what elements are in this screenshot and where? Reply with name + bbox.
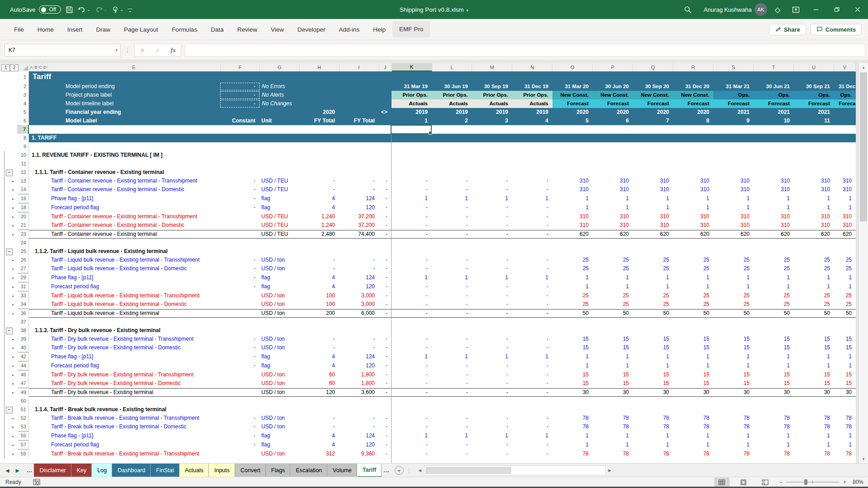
period-cell[interactable]: Ops. bbox=[713, 91, 754, 99]
period-cell[interactable]: 1 bbox=[392, 352, 432, 361]
period-cell[interactable]: 78 bbox=[552, 414, 593, 422]
period-cell[interactable]: 25 bbox=[593, 291, 633, 300]
period-cell[interactable]: 15 bbox=[552, 371, 593, 379]
period-cell[interactable]: 1 bbox=[512, 432, 552, 440]
period-cell[interactable]: 11 bbox=[794, 117, 834, 125]
period-cell[interactable]: 2020 bbox=[673, 108, 713, 117]
period-cell[interactable]: 8 bbox=[673, 117, 713, 125]
cell-J[interactable]: - bbox=[379, 212, 392, 221]
period-cell[interactable]: 1 bbox=[633, 361, 673, 370]
period-cell[interactable]: 15 bbox=[713, 343, 754, 352]
period-cell[interactable]: 25 bbox=[754, 264, 794, 273]
row-header-53[interactable]: 53 bbox=[17, 422, 29, 431]
period-cell[interactable]: - bbox=[392, 282, 432, 291]
period-cell[interactable]: Forecast bbox=[754, 99, 794, 108]
row-label[interactable]: Tariff - Dry bulk revenue - Existing ter… bbox=[47, 379, 220, 388]
select-all-corner[interactable]: 12 bbox=[0, 63, 29, 71]
period-cell[interactable]: - bbox=[392, 310, 432, 317]
period-cell[interactable]: 25 bbox=[794, 256, 834, 264]
period-cell[interactable]: 1 bbox=[834, 194, 856, 203]
period-cell[interactable]: 1 bbox=[713, 361, 754, 370]
period-cell[interactable]: 1 bbox=[633, 432, 673, 440]
period-cell[interactable]: 1 bbox=[392, 194, 432, 203]
cell-H[interactable]: 1,240 bbox=[299, 212, 339, 221]
period-cell[interactable]: 1 bbox=[673, 194, 713, 203]
period-cell[interactable]: - bbox=[472, 282, 512, 291]
period-cell[interactable]: 78 bbox=[673, 422, 713, 431]
spacer[interactable] bbox=[29, 117, 47, 125]
period-cell[interactable]: - bbox=[512, 379, 552, 388]
period-cell[interactable]: - bbox=[512, 441, 552, 449]
period-cell[interactable]: 3 bbox=[472, 117, 512, 125]
period-cell[interactable]: 310 bbox=[754, 212, 794, 221]
period-cell[interactable]: 1 bbox=[633, 273, 673, 282]
period-cell[interactable]: 1 bbox=[754, 273, 794, 282]
zoom-thumb[interactable] bbox=[804, 479, 807, 485]
period-cell[interactable]: 1 bbox=[673, 352, 713, 361]
period-cell[interactable]: - bbox=[392, 422, 432, 431]
zoom-in-icon[interactable]: + bbox=[843, 479, 846, 485]
sheet-tab-volume[interactable]: Volume bbox=[327, 464, 357, 477]
period-cell[interactable]: - bbox=[512, 221, 552, 230]
cell-F[interactable]: - bbox=[220, 335, 259, 343]
row-header-7[interactable]: 7 bbox=[17, 125, 29, 134]
cell-I[interactable]: - bbox=[339, 256, 379, 264]
band-fill[interactable] bbox=[202, 71, 856, 82]
cell-J[interactable]: - bbox=[379, 335, 392, 343]
period-cell[interactable]: 30 bbox=[713, 389, 754, 396]
vertical-scrollbar[interactable]: ▲ ▼ bbox=[859, 63, 868, 463]
period-cell[interactable]: - bbox=[392, 450, 432, 458]
period-cell[interactable]: 1 bbox=[472, 194, 512, 203]
cell-I[interactable]: 124 bbox=[339, 352, 379, 361]
cell-J[interactable]: - bbox=[379, 203, 392, 212]
spacer[interactable] bbox=[29, 432, 47, 440]
selected-cell-K7[interactable] bbox=[391, 125, 432, 134]
column-header-E[interactable]: E bbox=[47, 63, 221, 71]
period-cell[interactable]: - bbox=[432, 379, 472, 388]
period-cell[interactable]: 15 bbox=[834, 343, 856, 352]
cell-H[interactable]: - bbox=[299, 264, 339, 273]
period-cell[interactable]: - bbox=[392, 177, 432, 185]
cell-I[interactable]: - bbox=[339, 335, 379, 343]
period-cell[interactable]: 310 bbox=[593, 212, 633, 221]
cell-I[interactable]: 124 bbox=[339, 273, 379, 282]
spacer[interactable] bbox=[29, 371, 47, 379]
period-cell[interactable]: 78 bbox=[593, 450, 633, 458]
period-cell[interactable]: 78 bbox=[633, 422, 673, 431]
period-cell[interactable]: 1 bbox=[794, 432, 834, 440]
cell-I[interactable]: 37,200 bbox=[339, 221, 379, 230]
period-cell[interactable]: 25 bbox=[673, 264, 713, 273]
cell-I[interactable] bbox=[339, 108, 379, 117]
row-header-26[interactable]: 26 bbox=[17, 256, 29, 264]
checksum-cell[interactable]: - bbox=[220, 99, 259, 108]
cell-J[interactable]: - bbox=[379, 230, 392, 238]
period-cell[interactable]: - bbox=[392, 343, 432, 352]
cell-I[interactable]: 74,400 bbox=[339, 230, 379, 238]
cell-F[interactable]: Constant bbox=[220, 117, 259, 125]
cell-G[interactable]: USD / ton bbox=[259, 379, 299, 388]
period-cell[interactable]: 78 bbox=[754, 450, 794, 458]
cell-F[interactable] bbox=[220, 300, 259, 309]
period-cell[interactable]: - bbox=[432, 414, 472, 422]
period-cell[interactable]: Forecast bbox=[713, 99, 754, 108]
status-note[interactable]: No Errors bbox=[259, 82, 392, 91]
cell-J[interactable]: - bbox=[379, 177, 392, 185]
row-label[interactable]: Tariff - Dry bulk revenue - Existing ter… bbox=[47, 389, 220, 396]
cell-H[interactable]: 4 bbox=[299, 273, 339, 282]
row-header-23[interactable]: 23 bbox=[17, 230, 29, 239]
period-cell[interactable]: - bbox=[432, 212, 472, 221]
period-cell[interactable]: 25 bbox=[633, 256, 673, 264]
row-header-25[interactable]: 25 bbox=[17, 247, 29, 256]
period-cell[interactable]: 310 bbox=[593, 221, 633, 230]
spacer[interactable] bbox=[29, 441, 47, 449]
period-cell[interactable]: 25 bbox=[593, 256, 633, 264]
period-cell[interactable]: 1 bbox=[593, 203, 633, 212]
period-cell[interactable]: 30 bbox=[593, 389, 633, 396]
spacer[interactable] bbox=[29, 177, 47, 185]
sheet-nav-prev-icon[interactable]: ◀ bbox=[5, 468, 9, 474]
period-cell[interactable]: 25 bbox=[754, 291, 794, 300]
row-label[interactable]: Tariff - Liquid bulk revenue - Existing … bbox=[47, 300, 220, 309]
cell-H[interactable]: - bbox=[299, 335, 339, 343]
period-cell[interactable]: 15 bbox=[673, 379, 713, 388]
ribbon-tab-file[interactable]: File bbox=[7, 19, 31, 40]
